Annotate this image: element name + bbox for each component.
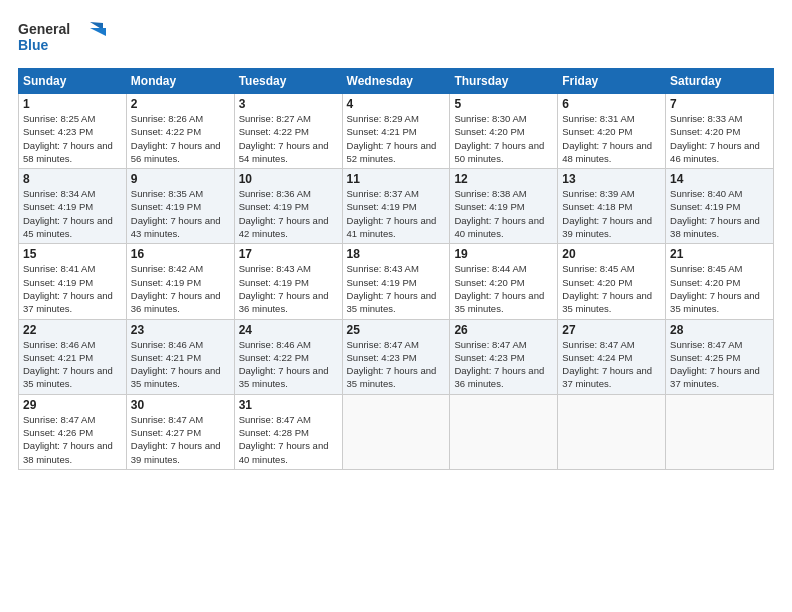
weekday-header-thursday: Thursday [450, 69, 558, 94]
calendar-cell [558, 394, 666, 469]
calendar-cell [666, 394, 774, 469]
day-info: Sunrise: 8:26 AMSunset: 4:22 PMDaylight:… [131, 112, 230, 165]
day-number: 2 [131, 97, 230, 111]
calendar-week-row: 22 Sunrise: 8:46 AMSunset: 4:21 PMDaylig… [19, 319, 774, 394]
day-number: 22 [23, 323, 122, 337]
day-number: 17 [239, 247, 338, 261]
day-info: Sunrise: 8:33 AMSunset: 4:20 PMDaylight:… [670, 112, 769, 165]
calendar-cell: 12 Sunrise: 8:38 AMSunset: 4:19 PMDaylig… [450, 169, 558, 244]
calendar-cell: 18 Sunrise: 8:43 AMSunset: 4:19 PMDaylig… [342, 244, 450, 319]
day-number: 14 [670, 172, 769, 186]
day-number: 26 [454, 323, 553, 337]
day-number: 27 [562, 323, 661, 337]
day-info: Sunrise: 8:34 AMSunset: 4:19 PMDaylight:… [23, 187, 122, 240]
day-info: Sunrise: 8:47 AMSunset: 4:26 PMDaylight:… [23, 413, 122, 466]
day-info: Sunrise: 8:47 AMSunset: 4:24 PMDaylight:… [562, 338, 661, 391]
calendar-cell: 11 Sunrise: 8:37 AMSunset: 4:19 PMDaylig… [342, 169, 450, 244]
logo-svg: General Blue [18, 18, 108, 58]
calendar-cell: 15 Sunrise: 8:41 AMSunset: 4:19 PMDaylig… [19, 244, 127, 319]
day-number: 29 [23, 398, 122, 412]
day-info: Sunrise: 8:40 AMSunset: 4:19 PMDaylight:… [670, 187, 769, 240]
weekday-header-wednesday: Wednesday [342, 69, 450, 94]
svg-marker-3 [90, 28, 106, 36]
day-number: 3 [239, 97, 338, 111]
day-number: 12 [454, 172, 553, 186]
calendar-cell: 4 Sunrise: 8:29 AMSunset: 4:21 PMDayligh… [342, 94, 450, 169]
calendar-cell [450, 394, 558, 469]
day-number: 30 [131, 398, 230, 412]
day-info: Sunrise: 8:47 AMSunset: 4:23 PMDaylight:… [454, 338, 553, 391]
calendar-week-row: 1 Sunrise: 8:25 AMSunset: 4:23 PMDayligh… [19, 94, 774, 169]
weekday-header-friday: Friday [558, 69, 666, 94]
day-number: 5 [454, 97, 553, 111]
calendar-week-row: 8 Sunrise: 8:34 AMSunset: 4:19 PMDayligh… [19, 169, 774, 244]
day-info: Sunrise: 8:27 AMSunset: 4:22 PMDaylight:… [239, 112, 338, 165]
day-number: 11 [347, 172, 446, 186]
calendar-cell: 21 Sunrise: 8:45 AMSunset: 4:20 PMDaylig… [666, 244, 774, 319]
day-info: Sunrise: 8:46 AMSunset: 4:22 PMDaylight:… [239, 338, 338, 391]
weekday-header-sunday: Sunday [19, 69, 127, 94]
calendar-cell: 24 Sunrise: 8:46 AMSunset: 4:22 PMDaylig… [234, 319, 342, 394]
day-number: 20 [562, 247, 661, 261]
header: General Blue [18, 18, 774, 58]
calendar-cell [342, 394, 450, 469]
day-info: Sunrise: 8:46 AMSunset: 4:21 PMDaylight:… [23, 338, 122, 391]
calendar-cell: 29 Sunrise: 8:47 AMSunset: 4:26 PMDaylig… [19, 394, 127, 469]
day-info: Sunrise: 8:29 AMSunset: 4:21 PMDaylight:… [347, 112, 446, 165]
day-info: Sunrise: 8:25 AMSunset: 4:23 PMDaylight:… [23, 112, 122, 165]
day-number: 7 [670, 97, 769, 111]
weekday-header-monday: Monday [126, 69, 234, 94]
day-info: Sunrise: 8:43 AMSunset: 4:19 PMDaylight:… [347, 262, 446, 315]
day-info: Sunrise: 8:31 AMSunset: 4:20 PMDaylight:… [562, 112, 661, 165]
day-number: 1 [23, 97, 122, 111]
day-number: 13 [562, 172, 661, 186]
calendar-cell: 25 Sunrise: 8:47 AMSunset: 4:23 PMDaylig… [342, 319, 450, 394]
calendar-cell: 19 Sunrise: 8:44 AMSunset: 4:20 PMDaylig… [450, 244, 558, 319]
calendar-table: SundayMondayTuesdayWednesdayThursdayFrid… [18, 68, 774, 470]
day-info: Sunrise: 8:47 AMSunset: 4:25 PMDaylight:… [670, 338, 769, 391]
day-info: Sunrise: 8:41 AMSunset: 4:19 PMDaylight:… [23, 262, 122, 315]
day-number: 18 [347, 247, 446, 261]
calendar-cell: 23 Sunrise: 8:46 AMSunset: 4:21 PMDaylig… [126, 319, 234, 394]
calendar-cell: 14 Sunrise: 8:40 AMSunset: 4:19 PMDaylig… [666, 169, 774, 244]
day-info: Sunrise: 8:30 AMSunset: 4:20 PMDaylight:… [454, 112, 553, 165]
weekday-header-row: SundayMondayTuesdayWednesdayThursdayFrid… [19, 69, 774, 94]
calendar-cell: 7 Sunrise: 8:33 AMSunset: 4:20 PMDayligh… [666, 94, 774, 169]
day-info: Sunrise: 8:35 AMSunset: 4:19 PMDaylight:… [131, 187, 230, 240]
calendar-cell: 27 Sunrise: 8:47 AMSunset: 4:24 PMDaylig… [558, 319, 666, 394]
day-info: Sunrise: 8:47 AMSunset: 4:23 PMDaylight:… [347, 338, 446, 391]
page: General Blue SundayMondayTuesdayWednesda… [0, 0, 792, 612]
calendar-cell: 6 Sunrise: 8:31 AMSunset: 4:20 PMDayligh… [558, 94, 666, 169]
day-number: 4 [347, 97, 446, 111]
calendar-cell: 26 Sunrise: 8:47 AMSunset: 4:23 PMDaylig… [450, 319, 558, 394]
calendar-cell: 13 Sunrise: 8:39 AMSunset: 4:18 PMDaylig… [558, 169, 666, 244]
calendar-cell: 22 Sunrise: 8:46 AMSunset: 4:21 PMDaylig… [19, 319, 127, 394]
calendar-cell: 20 Sunrise: 8:45 AMSunset: 4:20 PMDaylig… [558, 244, 666, 319]
day-info: Sunrise: 8:39 AMSunset: 4:18 PMDaylight:… [562, 187, 661, 240]
day-number: 25 [347, 323, 446, 337]
day-number: 28 [670, 323, 769, 337]
calendar-cell: 3 Sunrise: 8:27 AMSunset: 4:22 PMDayligh… [234, 94, 342, 169]
calendar-week-row: 29 Sunrise: 8:47 AMSunset: 4:26 PMDaylig… [19, 394, 774, 469]
weekday-header-saturday: Saturday [666, 69, 774, 94]
day-number: 19 [454, 247, 553, 261]
calendar-cell: 30 Sunrise: 8:47 AMSunset: 4:27 PMDaylig… [126, 394, 234, 469]
day-number: 23 [131, 323, 230, 337]
day-number: 10 [239, 172, 338, 186]
day-info: Sunrise: 8:46 AMSunset: 4:21 PMDaylight:… [131, 338, 230, 391]
logo: General Blue [18, 18, 108, 58]
day-info: Sunrise: 8:37 AMSunset: 4:19 PMDaylight:… [347, 187, 446, 240]
calendar-cell: 28 Sunrise: 8:47 AMSunset: 4:25 PMDaylig… [666, 319, 774, 394]
svg-text:Blue: Blue [18, 37, 49, 53]
day-number: 15 [23, 247, 122, 261]
weekday-header-tuesday: Tuesday [234, 69, 342, 94]
day-number: 8 [23, 172, 122, 186]
day-info: Sunrise: 8:47 AMSunset: 4:28 PMDaylight:… [239, 413, 338, 466]
calendar-cell: 10 Sunrise: 8:36 AMSunset: 4:19 PMDaylig… [234, 169, 342, 244]
calendar-cell: 2 Sunrise: 8:26 AMSunset: 4:22 PMDayligh… [126, 94, 234, 169]
calendar-cell: 16 Sunrise: 8:42 AMSunset: 4:19 PMDaylig… [126, 244, 234, 319]
day-info: Sunrise: 8:38 AMSunset: 4:19 PMDaylight:… [454, 187, 553, 240]
calendar-cell: 31 Sunrise: 8:47 AMSunset: 4:28 PMDaylig… [234, 394, 342, 469]
day-info: Sunrise: 8:42 AMSunset: 4:19 PMDaylight:… [131, 262, 230, 315]
calendar-cell: 9 Sunrise: 8:35 AMSunset: 4:19 PMDayligh… [126, 169, 234, 244]
